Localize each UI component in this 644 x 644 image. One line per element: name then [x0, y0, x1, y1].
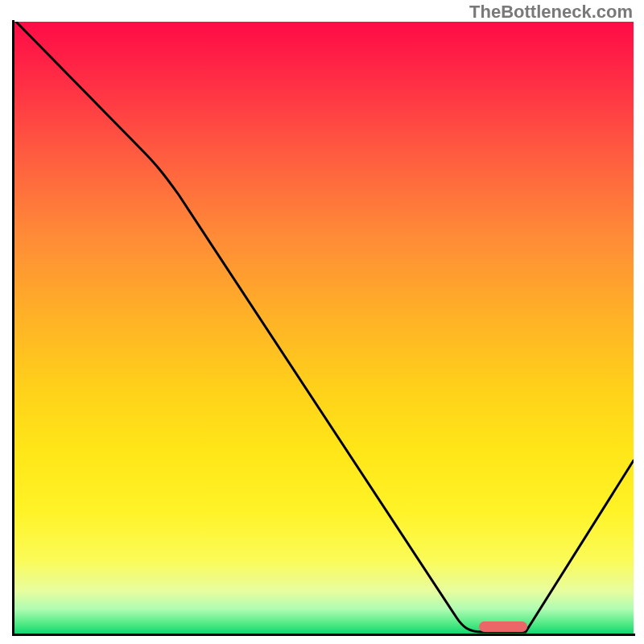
bottleneck-curve — [14, 22, 634, 634]
chart-container: TheBottleneck.com — [0, 0, 644, 644]
x-axis — [12, 634, 635, 636]
optimal-zone-marker — [479, 621, 527, 632]
plot-area — [14, 22, 634, 634]
y-axis — [12, 20, 14, 635]
attribution-watermark: TheBottleneck.com — [469, 2, 633, 23]
curve-path — [16, 22, 634, 632]
